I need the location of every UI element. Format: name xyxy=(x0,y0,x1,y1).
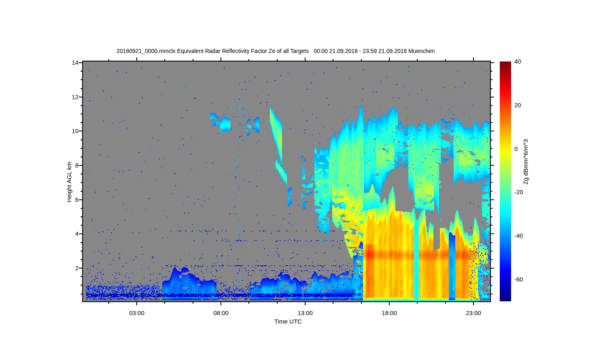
y-tick xyxy=(491,199,494,200)
y-tick xyxy=(81,182,82,183)
x-tick xyxy=(361,302,362,304)
y-tick-label: 2 xyxy=(61,265,79,272)
y-tick xyxy=(491,148,492,149)
x-tick-label: 23:00 xyxy=(459,309,488,316)
x-tick xyxy=(248,302,249,304)
figure-title: 20180921_0000.mmclx Equivalent Radar Ref… xyxy=(117,48,435,54)
y-tick xyxy=(491,165,494,166)
y-tick-label: 10 xyxy=(61,127,79,135)
y-tick xyxy=(79,131,82,131)
x-tick xyxy=(417,302,418,304)
y-tick xyxy=(491,225,492,226)
y-tick xyxy=(81,105,82,106)
y-tick xyxy=(491,157,492,157)
y-tick xyxy=(81,191,82,192)
x-tick xyxy=(305,302,306,305)
x-tick xyxy=(277,59,278,61)
y-tick xyxy=(491,259,492,260)
x-tick xyxy=(417,59,418,61)
y-tick xyxy=(79,62,82,63)
x-tick xyxy=(136,57,137,61)
y-tick xyxy=(79,97,82,97)
x-tick xyxy=(221,302,221,305)
y-tick xyxy=(491,242,492,243)
y-tick xyxy=(491,208,492,209)
y-tick xyxy=(491,276,492,277)
y-tick xyxy=(491,285,492,286)
y-tick xyxy=(81,88,82,89)
y-tick xyxy=(491,140,492,140)
x-tick xyxy=(389,57,390,61)
x-tick xyxy=(389,302,390,305)
y-tick xyxy=(79,233,82,234)
x-tick-label: 18:00 xyxy=(375,309,403,316)
x-tick xyxy=(193,302,193,304)
y-tick xyxy=(81,157,82,157)
x-tick xyxy=(333,302,333,304)
plot-frame xyxy=(82,61,491,302)
colorbar-title: Zg dBmm^6/m^3 xyxy=(522,139,529,184)
y-tick xyxy=(81,225,82,226)
y-tick xyxy=(81,276,82,277)
reflectivity-heatmap-canvas xyxy=(83,61,490,301)
y-tick xyxy=(491,97,494,97)
y-tick xyxy=(491,105,492,106)
y-tick xyxy=(79,268,82,269)
x-tick-label: 13:00 xyxy=(291,309,319,316)
x-tick xyxy=(277,302,278,304)
x-tick xyxy=(164,59,165,61)
x-tick xyxy=(305,57,306,61)
y-tick xyxy=(491,268,494,269)
y-tick xyxy=(81,140,82,140)
x-tick xyxy=(445,59,446,61)
x-tick xyxy=(248,59,249,61)
y-tick-label: 4 xyxy=(61,230,79,237)
y-tick xyxy=(491,71,492,72)
y-tick xyxy=(81,216,82,217)
y-tick xyxy=(491,191,492,192)
x-tick xyxy=(108,302,109,304)
y-tick xyxy=(81,242,82,243)
colorbar-gradient xyxy=(500,61,511,301)
y-tick xyxy=(81,79,82,80)
x-tick-label: 08:00 xyxy=(207,309,235,316)
y-tick xyxy=(81,174,82,174)
y-tick xyxy=(491,182,492,183)
colorbar-tick-label: -20 xyxy=(514,188,535,196)
y-tick-label: 12 xyxy=(61,93,79,101)
x-tick xyxy=(473,57,474,61)
y-tick xyxy=(81,148,82,149)
y-tick xyxy=(491,79,492,80)
y-tick xyxy=(491,114,492,114)
x-tick xyxy=(164,302,165,304)
y-tick xyxy=(79,165,82,166)
y-tick xyxy=(81,122,82,123)
y-tick xyxy=(81,71,82,72)
colorbar-tick-label: 40 xyxy=(514,58,535,65)
y-tick xyxy=(81,208,82,209)
y-tick xyxy=(491,251,492,252)
y-tick xyxy=(79,199,82,200)
y-tick xyxy=(81,285,82,286)
radar-quicklook-page: { "title": "20180921_0000.mmclx Equivale… xyxy=(0,0,607,364)
x-axis-title: Time UTC xyxy=(274,318,302,325)
x-tick xyxy=(193,59,193,61)
y-tick xyxy=(491,122,492,123)
colorbar-tick-label: -40 xyxy=(514,232,535,239)
x-tick xyxy=(473,302,474,305)
y-tick xyxy=(81,259,82,260)
x-tick xyxy=(108,59,109,61)
y-tick xyxy=(491,131,494,131)
x-tick-label: 03:00 xyxy=(123,309,151,316)
y-tick-label: 14 xyxy=(61,59,79,66)
y-tick xyxy=(81,294,82,294)
y-tick xyxy=(491,62,494,63)
x-tick xyxy=(221,57,221,61)
y-tick xyxy=(491,88,492,89)
colorbar-tick-label: -60 xyxy=(514,276,535,283)
x-tick xyxy=(136,302,137,305)
y-tick xyxy=(491,174,492,174)
y-tick xyxy=(81,114,82,114)
colorbar-tick-label: 20 xyxy=(514,102,535,109)
y-axis-title: Height AGL km xyxy=(66,162,72,202)
